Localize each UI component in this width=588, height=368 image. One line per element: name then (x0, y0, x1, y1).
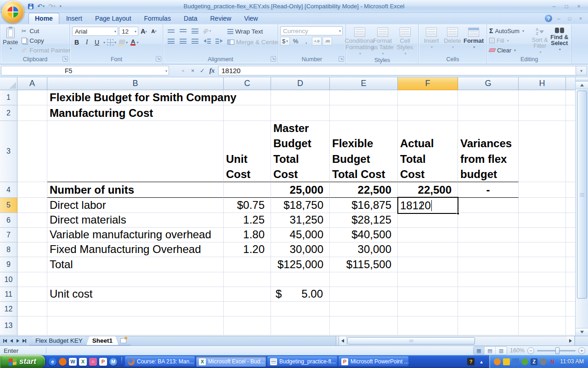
comma-style-button[interactable]: , (301, 37, 311, 46)
cell-C11[interactable] (224, 287, 271, 302)
column-header-E[interactable]: E (330, 77, 398, 90)
ribbon-tab-page-layout[interactable]: Page Layout (89, 13, 137, 24)
cell-C10[interactable] (224, 272, 271, 287)
format-cells-button[interactable]: Format▾ (463, 26, 484, 55)
sort-filter-button[interactable]: AZSort & Filter▾ (530, 26, 550, 55)
cell-C6[interactable]: 1.25 (224, 213, 271, 228)
taskbar-button-4[interactable]: PMicrosoft PowerPoint ... (339, 356, 408, 367)
cell-E3[interactable]: FlexibleBudgetTotal Cost (330, 121, 398, 182)
align-middle-button[interactable] (177, 26, 189, 35)
column-header-F[interactable]: F (398, 77, 458, 90)
cell-C5[interactable]: $0.75 (224, 198, 271, 213)
workbook-close-button[interactable]: × (576, 15, 585, 22)
underline-button[interactable]: U (92, 38, 102, 47)
cell-A7[interactable] (17, 228, 47, 242)
column-header-A[interactable]: A (17, 77, 47, 90)
tray-blue[interactable] (512, 358, 519, 365)
cell-A1[interactable] (17, 90, 47, 105)
cell-D10[interactable] (271, 272, 330, 287)
start-button[interactable]: start (0, 355, 45, 368)
row-header-2[interactable]: 2 (0, 105, 17, 121)
cell-C9[interactable] (224, 257, 271, 272)
save-button[interactable] (27, 2, 35, 11)
taskbar-button-1[interactable]: Course: BA 213: Man... (125, 356, 195, 367)
fill-handle[interactable] (457, 212, 459, 215)
cell-F9[interactable] (398, 257, 458, 272)
cell-A8[interactable] (17, 242, 47, 257)
tray-orange[interactable] (494, 358, 501, 365)
tray-green[interactable] (521, 358, 528, 365)
row-header-12[interactable]: 12 (0, 302, 17, 316)
redo-button[interactable]: ↷▾ (47, 2, 57, 11)
cell-A11[interactable] (17, 287, 47, 302)
cell-F8[interactable] (398, 242, 458, 257)
cell-B4[interactable]: Number of units (47, 182, 224, 198)
vertical-scrollbar[interactable] (575, 77, 588, 336)
zoom-slider[interactable] (537, 350, 576, 351)
cell-E5[interactable]: $16,875 (330, 198, 398, 213)
cell-D9[interactable]: $125,000 (271, 257, 330, 272)
bold-button[interactable]: B (72, 38, 81, 47)
taskbar-button-3[interactable]: Budgeting_practice-fl... (267, 356, 337, 367)
previous-sheet-button[interactable] (10, 339, 13, 343)
cell-F10[interactable] (398, 272, 458, 287)
cell-D4[interactable]: 25,000 (271, 182, 330, 198)
scroll-down-button[interactable] (576, 328, 588, 336)
cell-B12[interactable] (47, 302, 224, 316)
wrap-text-button[interactable]: Wrap Text (227, 27, 284, 36)
cell-H10[interactable] (519, 272, 566, 287)
cell-G5[interactable] (458, 198, 519, 213)
ribbon-tab-insert[interactable]: Insert (60, 13, 88, 24)
conditional-formatting-button[interactable]: Conditional Formatting▾ (348, 26, 371, 57)
cell-H5[interactable] (519, 198, 566, 213)
cell-G10[interactable] (458, 272, 519, 287)
font-name-combo[interactable]: Arial▾ (72, 27, 118, 36)
workbook-minimize-button[interactable]: – (554, 15, 563, 22)
paste-button[interactable]: Paste ▾ (3, 26, 18, 55)
cell-C7[interactable]: 1.80 (224, 228, 271, 242)
font-size-combo[interactable]: 12▾ (119, 27, 138, 36)
cell-B3[interactable] (47, 121, 224, 182)
align-left-button[interactable] (165, 36, 177, 46)
row-header-3[interactable]: 3 (0, 121, 17, 182)
cell-G8[interactable] (458, 242, 519, 257)
quick-launch-firefox-icon[interactable] (59, 358, 67, 366)
column-header-D[interactable]: D (271, 77, 330, 90)
quick-launch-messenger-icon[interactable]: M (109, 358, 117, 366)
customize-qat-button[interactable]: ▾ (58, 2, 63, 11)
insert-cells-button[interactable]: Insert▾ (421, 26, 442, 55)
cell-F13[interactable] (398, 316, 458, 335)
cell-D13[interactable] (271, 316, 330, 335)
cell-D6[interactable]: 31,250 (271, 213, 330, 228)
cell-E9[interactable]: $115,500 (330, 257, 398, 272)
increase-decimal-button[interactable]: +.0 (312, 37, 322, 46)
cell-H11[interactable] (519, 287, 566, 302)
sheet-tab-sheet1[interactable]: Sheet1 (86, 336, 119, 345)
cell-D1[interactable] (271, 90, 330, 105)
decrease-indent-button[interactable] (201, 36, 213, 46)
cell-A5[interactable] (17, 198, 47, 213)
cell-A10[interactable] (17, 272, 47, 287)
formula-input[interactable]: 18120 (218, 66, 576, 75)
zoom-out-button[interactable]: − (527, 347, 534, 354)
cell-B11[interactable]: Unit cost (47, 287, 224, 302)
cell-F1[interactable] (398, 90, 458, 105)
format-as-table-button[interactable]: Format as Table▾ (371, 26, 394, 57)
cell-B13[interactable] (47, 316, 224, 335)
cell-D8[interactable]: 30,000 (271, 242, 330, 257)
cell-H6[interactable] (519, 213, 566, 228)
column-header-B[interactable]: B (47, 77, 224, 90)
cell-D5[interactable]: $18,750 (271, 198, 330, 213)
help-button[interactable]: ? (545, 15, 552, 22)
column-header-G[interactable]: G (458, 77, 519, 90)
cell-H12[interactable] (519, 302, 566, 316)
row-header-8[interactable]: 8 (0, 242, 17, 257)
tray-gray[interactable] (540, 358, 547, 365)
cell-B10[interactable] (47, 272, 224, 287)
cell-G1[interactable] (458, 90, 519, 105)
cell-E4[interactable]: 22,500 (330, 182, 398, 198)
italic-button[interactable]: I (82, 38, 91, 47)
cell-G3[interactable]: Variancesfrom flexbudget (458, 121, 519, 182)
cell-F2[interactable] (398, 105, 458, 121)
cell-E11[interactable] (330, 287, 398, 302)
